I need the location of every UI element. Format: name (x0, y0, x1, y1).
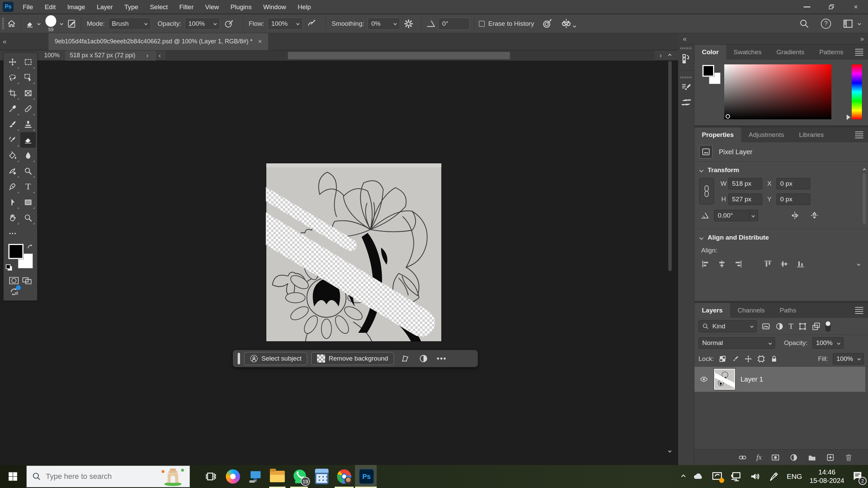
move-tool[interactable] (5, 54, 20, 70)
flow-dropdown[interactable]: 100% (268, 18, 303, 30)
menu-select[interactable]: Select (144, 0, 174, 14)
tab-swatches[interactable]: Swatches (726, 45, 769, 60)
align-top-icon[interactable] (764, 260, 772, 268)
align-left-icon[interactable] (701, 260, 710, 268)
network-icon[interactable] (730, 471, 742, 482)
clone-stamp-tool[interactable] (20, 117, 36, 132)
scroll-up-icon[interactable] (668, 54, 672, 57)
remove-background-button[interactable]: Remove background (311, 352, 394, 365)
marquee-tool[interactable] (20, 54, 36, 70)
layer-thumbnail[interactable] (714, 369, 735, 390)
wireless-display-icon[interactable] (711, 471, 723, 482)
align-vertical-center-icon[interactable] (780, 260, 789, 268)
align-horizontal-center-icon[interactable] (717, 260, 726, 268)
edit-toolbar-icon[interactable] (5, 226, 20, 241)
horizontal-scrollbar[interactable] (166, 50, 655, 61)
notification-center-icon[interactable]: 2 (852, 470, 863, 483)
default-colors-icon[interactable] (6, 264, 11, 269)
screen-mode-icon[interactable] (22, 277, 32, 285)
airbrush-icon[interactable] (542, 18, 553, 29)
properties-panel-menu-icon[interactable] (855, 131, 863, 138)
menu-type[interactable]: Type (119, 0, 144, 14)
brush-picker-chevron-icon[interactable] (60, 22, 63, 25)
y-input[interactable]: 0 px (776, 194, 810, 205)
layer-name[interactable]: Layer 1 (741, 375, 763, 383)
filter-type-layers-icon[interactable]: T (789, 322, 793, 331)
chrome-icon[interactable] (336, 468, 352, 485)
taskbar-search[interactable] (26, 466, 190, 487)
blur-tool[interactable] (20, 148, 36, 163)
tab-paths[interactable]: Paths (772, 303, 804, 318)
history-brush-tool[interactable] (5, 132, 20, 148)
tab-properties[interactable]: Properties (694, 127, 741, 142)
workspace-switcher-icon[interactable] (843, 18, 853, 29)
task-view-button[interactable] (203, 468, 219, 485)
quick-mask-icon[interactable] (9, 277, 19, 285)
align-expand-icon[interactable] (857, 262, 861, 266)
restore-button[interactable] (819, 0, 844, 14)
filter-pixel-layers-icon[interactable] (762, 322, 770, 331)
transform-image-button[interactable] (398, 352, 412, 365)
workspace-chevron-icon[interactable] (858, 22, 861, 25)
symmetry-butterfly-icon[interactable] (560, 18, 572, 29)
calculator-icon[interactable] (314, 468, 330, 485)
layer-filter-toggle[interactable] (825, 321, 831, 332)
more-options-button[interactable]: ••• (435, 352, 449, 365)
layer-visibility-icon[interactable] (699, 375, 709, 383)
width-input[interactable]: 518 px (728, 178, 762, 189)
this-pc-icon[interactable] (247, 468, 263, 485)
smoothing-gear-icon[interactable] (403, 19, 414, 29)
menu-help[interactable]: Help (292, 0, 317, 14)
height-input[interactable]: 527 px (728, 194, 762, 205)
horizontal-scroll-thumb[interactable] (288, 52, 510, 59)
brushes-panel-icon[interactable] (681, 97, 692, 108)
crop-tool[interactable] (5, 85, 20, 101)
file-explorer-icon[interactable] (269, 468, 285, 485)
start-button[interactable] (0, 465, 26, 488)
search-icon[interactable] (799, 19, 809, 29)
new-adjustment-layer-icon[interactable] (789, 453, 798, 462)
new-layer-icon[interactable] (826, 453, 835, 462)
tab-patterns[interactable]: Patterns (812, 45, 851, 60)
brush-tool[interactable] (5, 117, 20, 132)
add-layer-mask-icon[interactable] (771, 453, 780, 462)
onedrive-icon[interactable] (692, 471, 704, 482)
object-selection-tool[interactable] (20, 70, 36, 85)
tab-adjustments[interactable]: Adjustments (741, 127, 792, 142)
zoom-tool[interactable] (20, 210, 36, 226)
menu-window[interactable]: Window (257, 0, 292, 14)
menu-image[interactable]: Image (61, 0, 91, 14)
photoshop-taskbar-tile[interactable]: Ps (355, 465, 377, 488)
filter-smart-objects-icon[interactable] (812, 322, 821, 331)
flip-horizontal-icon[interactable] (790, 211, 800, 220)
collapse-panels-icon[interactable]: » (860, 35, 863, 43)
whatsapp-icon[interactable]: 19 (292, 468, 308, 485)
pen-tool[interactable] (5, 179, 20, 195)
collapse-toolbar-icon[interactable]: « (3, 38, 6, 45)
filter-adjustment-layers-icon[interactable] (775, 322, 784, 331)
pressure-flow-icon[interactable] (307, 19, 317, 29)
adjustments-button[interactable] (416, 352, 431, 365)
layers-opacity-input[interactable]: 100% (812, 337, 844, 349)
task-bar-drag-handle[interactable] (238, 353, 240, 364)
document-info[interactable]: 518 px x 527 px (72 ppi) › (65, 50, 156, 61)
menu-edit[interactable]: Edit (39, 0, 62, 14)
menu-view[interactable]: View (199, 0, 225, 14)
properties-scroll-thumb[interactable] (863, 173, 866, 224)
transform-collapse-icon[interactable] (699, 168, 704, 172)
hscroll-right-icon[interactable]: › (657, 52, 665, 59)
select-subject-button[interactable]: Select subject (244, 352, 307, 365)
healing-brush-tool[interactable] (20, 101, 36, 117)
pressure-opacity-icon[interactable] (224, 19, 234, 29)
align-right-icon[interactable] (734, 260, 743, 268)
angle-input[interactable]: 0° (438, 18, 470, 30)
canvas[interactable] (266, 163, 442, 341)
foreground-color-swatch[interactable] (703, 65, 714, 77)
eraser-tool[interactable] (20, 132, 36, 148)
menu-filter[interactable]: Filter (174, 0, 199, 14)
delete-layer-icon[interactable] (844, 453, 853, 462)
align-collapse-icon[interactable] (699, 236, 704, 240)
rotation-angle-input[interactable]: 0.00° (714, 210, 758, 221)
lock-position-icon[interactable] (744, 355, 752, 363)
pen-input-icon[interactable] (768, 471, 779, 482)
